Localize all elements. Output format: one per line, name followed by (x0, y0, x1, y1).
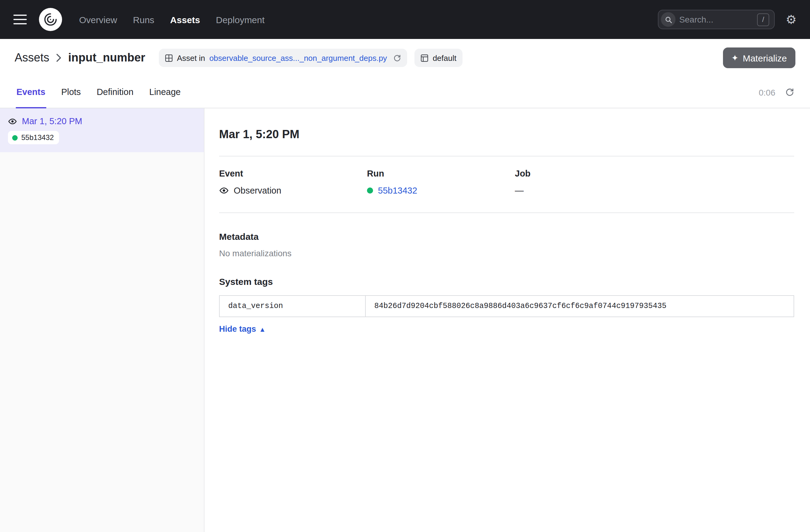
tab-events[interactable]: Events (16, 77, 46, 108)
tab-plots[interactable]: Plots (61, 77, 82, 108)
run-status-dot (367, 188, 373, 194)
event-list-item-selected[interactable]: Mar 1, 5:20 PM 55b13432 (0, 108, 204, 152)
observation-eye-icon (8, 116, 17, 126)
asset-tabs: Events Plots Definition Lineage (16, 77, 181, 108)
hide-tags-label: Hide tags (219, 324, 256, 334)
hamburger-menu-icon[interactable] (13, 15, 27, 25)
run-id-link[interactable]: 55b13432 (378, 186, 417, 195)
content-area: Mar 1, 5:20 PM 55b13432 Mar 1, 5:20 PM E… (0, 108, 810, 532)
caret-up-icon: ▲ (259, 325, 266, 333)
search-shortcut-badge: / (757, 13, 769, 26)
asset-header: Assets input_number Asset in observable_… (0, 39, 810, 77)
gear-icon[interactable]: ⚙ (785, 13, 797, 26)
search-icon (661, 12, 676, 27)
metadata-heading: Metadata (219, 231, 794, 242)
run-status-dot (12, 135, 18, 140)
event-run-id: 55b13432 (21, 133, 54, 142)
primary-nav: Overview Runs Assets Deployment (79, 14, 265, 25)
divider (219, 212, 794, 213)
app-root: Overview Runs Assets Deployment / ⚙ Asse… (0, 0, 810, 532)
system-tags-table: data_version 84b26d7d9204cbf588026c8a988… (219, 295, 794, 317)
event-summary-columns: Event Observation Run 55b13432 (219, 168, 794, 195)
asset-file-link[interactable]: observable_source_ass..._non_argument_de… (209, 53, 387, 62)
tag-value-cell: 84b26d7d9204cbf588026c8a9886d403a6c9637c… (366, 295, 794, 317)
metadata-empty-text: No materializations (219, 248, 794, 258)
search-input[interactable] (676, 15, 757, 25)
event-type-value: Observation (234, 186, 281, 195)
tag-key-cell: data_version (220, 295, 366, 317)
event-column: Event Observation (219, 168, 367, 195)
run-column-label: Run (367, 168, 515, 178)
dagster-swirl-icon (43, 12, 59, 27)
navbar-right: / ⚙ (658, 10, 797, 29)
refresh-icon[interactable] (785, 88, 794, 97)
event-timestamp: Mar 1, 5:20 PM (22, 116, 82, 126)
event-detail-title: Mar 1, 5:20 PM (219, 128, 794, 141)
event-list-sidebar: Mar 1, 5:20 PM 55b13432 (0, 108, 205, 532)
asset-tabs-row: Events Plots Definition Lineage 0:06 (0, 77, 810, 108)
dagster-logo[interactable] (39, 8, 62, 31)
global-search[interactable]: / (658, 10, 775, 29)
eye-icon (219, 186, 229, 195)
job-column: Job — (515, 168, 663, 195)
event-detail-pane: Mar 1, 5:20 PM Event Observation Run (205, 108, 810, 532)
asset-group-icon (421, 54, 428, 62)
top-navbar: Overview Runs Assets Deployment / ⚙ (0, 0, 810, 39)
breadcrumb-chevron-icon (56, 53, 62, 62)
breadcrumb-assets-link[interactable]: Assets (15, 51, 49, 65)
asset-location-chip: Asset in observable_source_ass..._non_ar… (159, 49, 407, 67)
job-empty-value: — (515, 186, 524, 195)
nav-link-assets[interactable]: Assets (170, 14, 200, 25)
nav-link-deployment[interactable]: Deployment (216, 14, 265, 25)
system-tags-heading: System tags (219, 276, 794, 287)
job-column-label: Job (515, 168, 663, 178)
tab-definition[interactable]: Definition (96, 77, 134, 108)
event-run-chip: 55b13432 (8, 131, 59, 144)
sparkle-icon: ✦ (731, 53, 738, 62)
refresh-controls: 0:06 (759, 77, 794, 108)
asset-group-label: default (433, 53, 456, 62)
hide-tags-link[interactable]: Hide tags ▲ (219, 324, 266, 334)
asset-table-icon (165, 54, 173, 62)
tab-lineage[interactable]: Lineage (149, 77, 181, 108)
materialize-button-label: Materialize (743, 53, 787, 63)
table-row: data_version 84b26d7d9204cbf588026c8a988… (220, 295, 794, 317)
run-column: Run 55b13432 (367, 168, 515, 195)
asset-title: input_number (68, 51, 145, 65)
refresh-countdown: 0:06 (759, 87, 776, 97)
asset-group-chip[interactable]: default (415, 49, 463, 67)
materialize-button[interactable]: ✦ Materialize (723, 47, 795, 68)
nav-link-runs[interactable]: Runs (133, 14, 154, 25)
event-column-label: Event (219, 168, 367, 178)
reload-code-location-icon[interactable] (393, 54, 401, 62)
asset-location-prefix: Asset in (177, 53, 205, 62)
nav-link-overview[interactable]: Overview (79, 14, 117, 25)
divider (219, 156, 794, 157)
